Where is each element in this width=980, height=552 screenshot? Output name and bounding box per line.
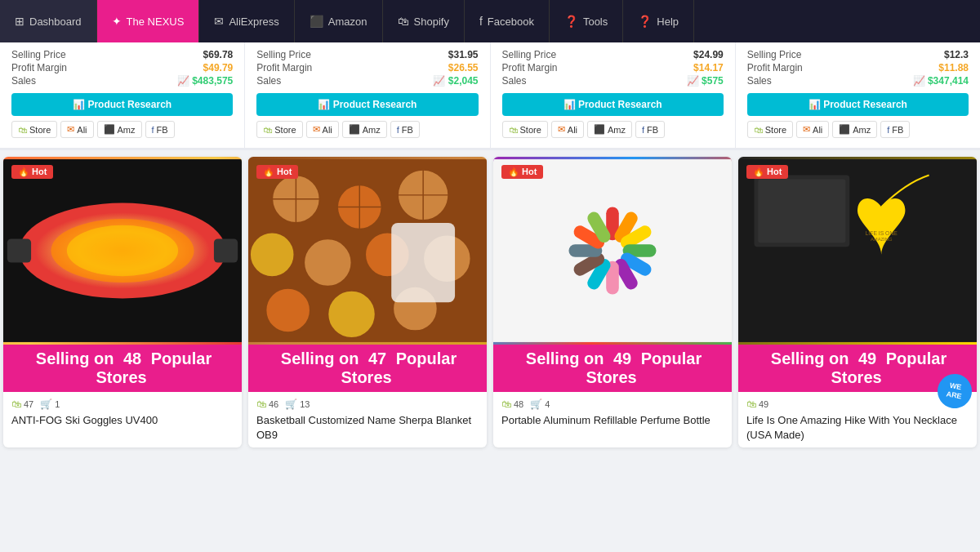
svg-text:LIFE IS ONE: LIFE IS ONE	[866, 230, 898, 236]
store-btn-fb-1[interactable]: f FB	[390, 121, 420, 138]
store-btns-1: 🛍 Store ✉ Ali ⬛ Amz f FB	[256, 121, 478, 138]
shopify-stat-icon-0: 🛍	[11, 398, 21, 410]
cart-icon-2: 🛒	[530, 398, 542, 410]
nav-facebook[interactable]: f Facebook	[465, 0, 550, 42]
card-stats-0: 🛍 47 🛒 1	[11, 398, 234, 410]
shopify-stat-icon-3: 🛍	[746, 398, 756, 410]
product-cards-row: 🔥 Hot Selling on	[0, 150, 980, 454]
profit-margin-val-3: $11.88	[938, 62, 969, 73]
sales-label-1: Sales	[256, 75, 281, 87]
store-btn-amz-2[interactable]: ⬛ Amz	[587, 121, 632, 138]
shopify-count-0: 47	[24, 399, 33, 409]
selling-price-label-1: Selling Price	[256, 49, 311, 60]
card-title-1: Basketball Customized Name Sherpa Blanke…	[256, 413, 479, 443]
store-btn-shopify-3[interactable]: 🛍 Store	[747, 121, 793, 138]
nav-amazon[interactable]: ⬛ Amazon	[295, 0, 383, 42]
profit-margin-label-1: Profit Margin	[256, 62, 312, 73]
store-btn-amz-3[interactable]: ⬛ Amz	[832, 121, 877, 138]
nav-dashboard[interactable]: ⊞ Dashboard	[0, 0, 97, 42]
nav-shopify-label: Shopify	[414, 16, 449, 28]
store-btn-ali-3[interactable]: ✉ Ali	[796, 121, 829, 138]
store-btns-2: 🛍 Store ✉ Ali ⬛ Amz f FB	[502, 121, 724, 138]
card-stats-2: 🛍 48 🛒 4	[501, 398, 724, 410]
amazon-icon: ⬛	[310, 15, 323, 28]
nav-aliexpress[interactable]: ✉ AliExpress	[199, 0, 294, 42]
card-footer-2: 🛍 48 🛒 4 Portable Aluminum Refillable Pe…	[493, 392, 732, 433]
product-card-1: 🔥 Hot	[248, 157, 487, 447]
sales-label-3: Sales	[747, 75, 772, 87]
selling-price-label-2: Selling Price	[502, 49, 557, 60]
nav-aliexpress-label: AliExpress	[229, 16, 278, 28]
shopify-stat-2: 🛍 48	[501, 398, 523, 410]
store-btn-ali-1[interactable]: ✉ Ali	[306, 121, 339, 138]
shopify-stat-0: 🛍 47	[11, 398, 33, 410]
card-title-0: ANTI-FOG Ski Goggles UV400	[11, 413, 234, 428]
sales-val-3: 📈 $347,414	[913, 75, 969, 87]
store-btn-shopify-0[interactable]: 🛍 Store	[11, 121, 57, 138]
product-image-3: LIFE IS ONE AMAZING	[738, 157, 977, 345]
product-research-btn-0[interactable]: 📊 Product Research	[11, 93, 233, 116]
hot-badge-3: 🔥 Hot	[746, 165, 788, 179]
shopify-count-2: 48	[514, 399, 523, 409]
shopify-stat-3: 🛍 49	[746, 398, 768, 410]
nav-amazon-label: Amazon	[328, 16, 368, 28]
top-card-0: Selling Price $69.78 Profit Margin $49.7…	[0, 42, 245, 148]
product-research-btn-3[interactable]: 📊 Product Research	[747, 93, 969, 116]
profit-margin-label-2: Profit Margin	[502, 62, 558, 73]
nav-facebook-label: Facebook	[488, 16, 534, 28]
profit-margin-label-0: Profit Margin	[11, 62, 67, 73]
profit-margin-val-0: $49.79	[203, 62, 234, 73]
product-card-3: 🔥 Hot LIFE IS ONE AMAZING Selling on 49 …	[738, 157, 977, 447]
store-btn-shopify-1[interactable]: 🛍 Store	[256, 121, 302, 138]
nav-tools[interactable]: ❓ Tools	[550, 0, 623, 42]
nav-dashboard-label: Dashboard	[29, 16, 82, 28]
product-image-0	[3, 157, 242, 345]
selling-banner-2: Selling on 49 Popular Stores	[493, 345, 732, 392]
svg-rect-24	[391, 223, 455, 302]
help-icon: ❓	[638, 15, 652, 28]
store-btn-ali-2[interactable]: ✉ Ali	[551, 121, 584, 138]
hot-badge-0: 🔥 Hot	[11, 165, 53, 179]
store-btns-0: 🛍 Store ✉ Ali ⬛ Amz f FB	[11, 121, 233, 138]
selling-price-val-1: $31.95	[448, 49, 479, 60]
store-btn-ali-0[interactable]: ✉ Ali	[60, 121, 93, 138]
cart-stat-2: 🛒 4	[530, 398, 550, 410]
store-btn-shopify-2[interactable]: 🛍 Store	[502, 121, 548, 138]
nav-help[interactable]: ❓ Help	[623, 0, 694, 42]
product-research-btn-1[interactable]: 📊 Product Research	[256, 93, 478, 116]
shopify-stat-icon-1: 🛍	[256, 398, 266, 410]
nav-shopify[interactable]: 🛍 Shopify	[383, 0, 465, 42]
product-card-0: 🔥 Hot Selling on	[3, 157, 242, 447]
selling-price-val-2: $24.99	[693, 49, 724, 60]
shopify-stat-1: 🛍 46	[256, 398, 278, 410]
sales-label-0: Sales	[11, 75, 36, 87]
store-btn-amz-0[interactable]: ⬛ Amz	[97, 121, 142, 138]
card-stats-1: 🛍 46 🛒 13	[256, 398, 479, 410]
dashboard-icon: ⊞	[15, 15, 24, 28]
sales-label-2: Sales	[502, 75, 527, 87]
top-card-3: Selling Price $12.3 Profit Margin $11.88…	[736, 42, 980, 148]
selling-price-val-3: $12.3	[944, 49, 969, 60]
nav-nexus[interactable]: ✦ The NEXUS	[97, 0, 200, 42]
store-btn-fb-3[interactable]: f FB	[880, 121, 910, 138]
store-btn-amz-1[interactable]: ⬛ Amz	[342, 121, 387, 138]
tools-icon: ❓	[564, 15, 578, 28]
store-btns-3: 🛍 Store ✉ Ali ⬛ Amz f FB	[747, 121, 969, 138]
product-research-btn-2[interactable]: 📊 Product Research	[502, 93, 724, 116]
store-btn-fb-0[interactable]: f FB	[145, 121, 175, 138]
svg-text:AMAZING: AMAZING	[871, 237, 893, 242]
aliexpress-icon: ✉	[214, 15, 224, 28]
selling-price-label-3: Selling Price	[747, 49, 802, 60]
sales-val-1: 📈 $2,045	[433, 75, 478, 87]
store-btn-fb-2[interactable]: f FB	[635, 121, 665, 138]
cart-stat-0: 🛒 1	[40, 398, 60, 410]
shopify-count-1: 46	[269, 399, 278, 409]
selling-price-val-0: $69.78	[203, 49, 234, 60]
profit-margin-val-2: $14.17	[693, 62, 724, 73]
shopify-icon: 🛍	[398, 15, 409, 28]
nav-help-label: Help	[657, 16, 679, 28]
product-image-1	[248, 157, 487, 345]
hot-badge-1: 🔥 Hot	[256, 165, 298, 179]
cart-count-0: 1	[55, 399, 60, 409]
product-card-2: 🔥 Hot	[493, 157, 732, 447]
